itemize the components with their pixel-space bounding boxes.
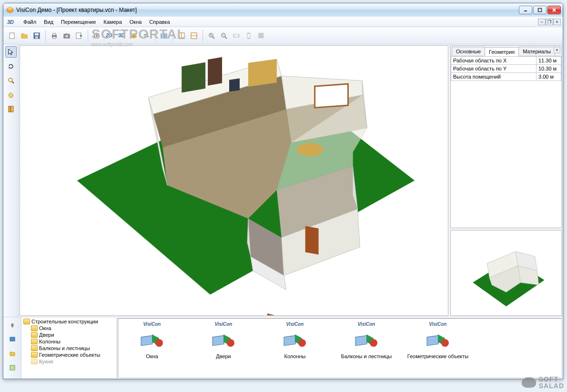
svg-rect-81 [10,337,15,341]
svg-rect-71 [248,59,277,87]
lib-thumb-icon [351,329,382,352]
layers-button[interactable] [128,30,140,41]
mdi-restore-button[interactable]: ❐ [546,19,553,25]
panel-close-button[interactable]: × [554,47,560,53]
prop-value[interactable]: 11.30 м [537,57,561,65]
menu-move[interactable]: Перемещение [57,18,100,26]
zoom-out-button[interactable] [218,30,230,41]
titlebar: VisiCon Демо - [Проект квартиры.vcn - Ма… [3,3,563,17]
svg-point-19 [96,35,98,37]
toggle-grid-button[interactable] [255,30,267,41]
mode-3d-button[interactable]: 3D [116,30,127,41]
tree-item-doors[interactable]: Двери [22,332,115,338]
svg-rect-74 [305,226,319,255]
svg-rect-86 [213,335,224,345]
lib-item-geometric[interactable]: VisiCon Геометрические объекты [407,322,469,374]
svg-line-32 [213,37,214,39]
pan-tool-button[interactable] [5,89,17,101]
svg-rect-3 [538,9,542,12]
export-button[interactable] [73,30,85,41]
svg-rect-12 [53,33,56,35]
prop-label: Высота помещений [451,73,537,81]
lib-folder-button[interactable] [7,348,18,359]
folder-icon [31,339,38,344]
menu-camera[interactable]: Камера [100,18,125,26]
window-title: VisiCon Демо - [Проект квартиры.vcn - Ма… [16,7,519,13]
svg-rect-69 [208,57,222,86]
lib-item-columns[interactable]: VisiCon Колонны [264,322,326,374]
menu-windows[interactable]: Окна [126,18,146,26]
mode-2d-button[interactable]: 2D [103,30,115,41]
svg-rect-68 [182,62,205,93]
app-window: VisiCon Демо - [Проект квартиры.vcn - Ма… [3,3,563,379]
mdi-minimize-button[interactable]: – [538,19,546,25]
minimize-button[interactable] [519,6,532,14]
tab-basic[interactable]: Основные [452,47,485,56]
left-toolbar [3,44,19,317]
lib-item-windows[interactable]: VisiCon Окна [121,322,183,374]
prop-label: Рабочая область по Y [451,65,537,73]
prop-value[interactable]: 10.30 м [537,65,561,73]
svg-point-49 [9,78,12,82]
svg-rect-10 [35,36,38,39]
svg-marker-21 [131,35,137,38]
svg-point-85 [155,339,163,347]
walk-tool-button[interactable] [5,103,17,115]
prop-value[interactable]: 3.00 м [537,73,561,81]
svg-point-88 [227,339,234,347]
zoom-in-button[interactable] [206,30,217,41]
main-toolbar: 2D 3D [3,27,563,44]
tree-root[interactable]: Строительные конструкции [22,318,115,325]
svg-rect-52 [11,106,13,112]
library-panel: Строительные конструкции Окна Двери Коло… [3,317,563,379]
lib-up-button[interactable] [7,319,18,331]
tree-item-kitchen[interactable]: Кухня [22,358,115,365]
print-button[interactable] [49,30,60,41]
close-button[interactable] [547,6,561,14]
svg-rect-13 [53,37,56,39]
zoom-tool-button[interactable] [5,75,17,86]
save-button[interactable] [31,30,42,41]
menubar: 3D Файл Вид Перемещение Камера Окна Спра… [3,17,563,27]
menu-help[interactable]: Справка [145,18,173,26]
fit-width-button[interactable] [231,30,242,41]
svg-point-97 [441,339,449,347]
lib-view-button[interactable] [7,333,18,345]
svg-rect-9 [35,33,39,35]
svg-rect-83 [141,335,152,345]
lib-add-button[interactable] [7,362,18,373]
camera-snapshot-button[interactable] [61,30,72,41]
window-layout-b-button[interactable] [188,30,200,41]
grid-options-button[interactable] [158,30,170,41]
tree-item-balconies[interactable]: Балконы и лестницы [22,345,115,352]
tree-item-columns[interactable]: Колонны [22,338,115,345]
svg-rect-89 [284,335,295,345]
open-file-button[interactable] [19,30,30,41]
library-tree[interactable]: Строительные конструкции Окна Двери Коло… [21,317,117,379]
window-layout-a-button[interactable] [176,30,187,41]
svg-point-15 [66,35,68,37]
lib-item-balconies[interactable]: VisiCon Балконы и лестницы [335,322,397,374]
settings-button[interactable] [91,30,102,41]
rotate-tool-button[interactable] [5,60,17,72]
svg-rect-75 [267,313,278,315]
tab-geometry[interactable]: Геометрия [485,47,519,56]
menu-view[interactable]: Вид [40,18,57,26]
folder-icon [31,359,38,364]
properties-table: Рабочая область по X11.30 м Рабочая обла… [451,56,561,81]
select-tool-button[interactable] [5,46,17,58]
fit-height-button[interactable] [243,30,254,41]
new-file-button[interactable] [6,30,18,41]
menu-file[interactable]: Файл [20,18,40,26]
lib-item-doors[interactable]: VisiCon Двери [192,322,254,374]
svg-rect-22 [161,34,167,38]
folder-icon [31,345,38,351]
viewport-3d[interactable] [20,45,448,316]
swap-view-button[interactable] [141,30,152,41]
maximize-button[interactable] [533,6,547,14]
tree-item-windows[interactable]: Окна [22,325,115,332]
tab-materials[interactable]: Материалы [518,47,555,56]
mdi-close-button[interactable]: × [553,19,561,25]
svg-point-94 [370,339,377,347]
tree-item-geometric[interactable]: Геометрические объекты [22,352,115,358]
